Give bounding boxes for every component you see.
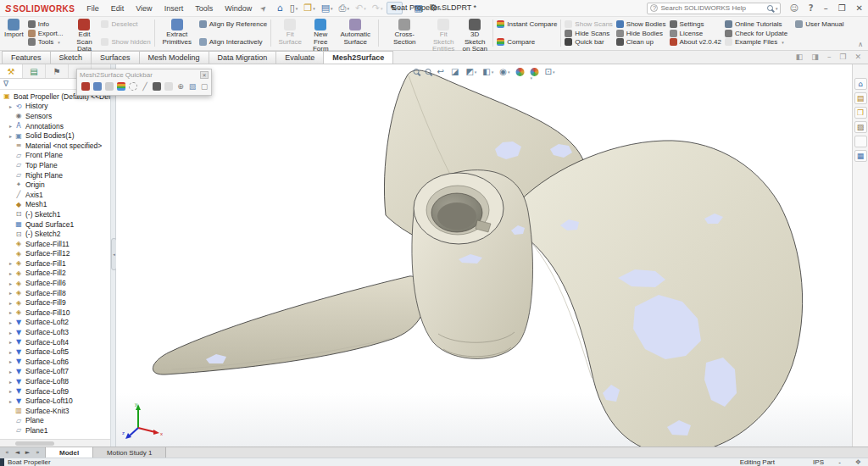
3d-sketch-on-scan-button[interactable]: 3D Sketch on Scan	[459, 18, 491, 48]
tree-item[interactable]: ╱ Axis1	[0, 190, 110, 200]
tree-item[interactable]: ▱ Plane1	[0, 425, 110, 435]
expander-icon[interactable]: ▸	[7, 358, 14, 364]
view-settings-icon[interactable]: ⊡ ▾	[545, 67, 555, 76]
tree-item[interactable]: ▸ ▼ Surface-Loft3	[0, 327, 110, 337]
scrollbar-thumb[interactable]	[15, 441, 54, 446]
expander-icon[interactable]: ▸	[7, 280, 14, 286]
command-tab[interactable]: Surfaces	[91, 51, 140, 64]
fit-surface-button[interactable]: Fit Surface	[273, 18, 307, 48]
expander-icon[interactable]: ▸	[7, 379, 14, 385]
print-icon[interactable]: ⎙ ▾	[337, 3, 351, 14]
property-manager-tab[interactable]: ▤	[23, 64, 46, 78]
ribbon-small-button[interactable]: Instant Compare	[497, 19, 557, 29]
command-tab[interactable]: Sketch	[50, 51, 92, 64]
ribbon-small-button[interactable]: Online Tutorials	[725, 19, 792, 29]
fit-sketch-entities-button[interactable]: Fit Sketch Entities	[428, 18, 459, 48]
restore-button[interactable]: ❐	[838, 3, 846, 13]
tree-item[interactable]: ◉ Sensors	[0, 111, 110, 121]
edit-appearance-icon[interactable]	[516, 68, 525, 76]
compare-icon[interactable]	[117, 82, 125, 91]
feature-manager-tab[interactable]: ⚒	[0, 64, 23, 78]
home-icon[interactable]: ⌂	[854, 78, 867, 90]
expander-icon[interactable]: ▸	[7, 369, 14, 374]
mesh2surface-quickbar[interactable]: Mesh2Surface Quickbar ✕ ╱ ⊕	[76, 69, 212, 96]
tree-item[interactable]: ▸ ▼ Surface-Loft8	[0, 376, 110, 386]
expander-icon[interactable]: ▸	[7, 300, 14, 306]
propeller-model[interactable]	[116, 64, 852, 447]
ribbon-small-button[interactable]: Hide Bodies	[616, 29, 666, 38]
tree-item[interactable]: ▸ ▼ Surface-Loft6	[0, 357, 110, 367]
configuration-manager-tab[interactable]: ⚑	[46, 64, 69, 78]
menu-item[interactable]: Window	[225, 4, 252, 13]
ribbon-small-button[interactable]: Align By Reference	[199, 19, 267, 29]
menu-item[interactable]: Insert	[164, 4, 184, 13]
tree-item[interactable]: ▸ ▼ Surface-Loft2	[0, 318, 110, 328]
hide-scans-icon[interactable]: ⊕	[176, 82, 185, 91]
ribbon-small-button[interactable]: Compare	[497, 37, 557, 47]
tab-nav-button[interactable]: »	[33, 449, 42, 456]
expander-icon[interactable]: ▸	[7, 133, 14, 139]
tree-horizontal-scrollbar[interactable]	[0, 439, 110, 447]
appearances-icon[interactable]	[854, 136, 867, 147]
ribbon-small-button[interactable]: License	[670, 29, 721, 38]
doc-close-icon[interactable]: ✕	[854, 53, 861, 61]
clean-up-icon[interactable]: ▢	[200, 82, 209, 91]
expander-icon[interactable]: ▸	[7, 398, 14, 404]
expander-icon[interactable]: ▸	[7, 388, 14, 394]
expander-icon[interactable]: ▸	[7, 319, 14, 325]
ribbon-small-button[interactable]: Quick bar	[565, 37, 612, 47]
pane-left-icon[interactable]: ◧	[796, 53, 804, 61]
ribbon-small-button[interactable]: Check for Update	[725, 29, 792, 38]
search-dropdown-icon[interactable]: ▾	[776, 6, 778, 11]
expander-icon[interactable]: ▸	[7, 349, 14, 355]
command-tab[interactable]: Mesh2Surface	[323, 51, 393, 64]
status-units[interactable]: IPS	[813, 458, 824, 466]
pane-right-icon[interactable]: ◨	[811, 53, 819, 61]
menu-item[interactable]: Tools	[195, 4, 213, 13]
ribbon-small-button[interactable]: Example Files ▾	[725, 37, 792, 47]
help-icon[interactable]: ?	[809, 3, 814, 13]
display-style-icon[interactable]: ◧ ▾	[482, 67, 493, 76]
menu-item[interactable]: View	[136, 4, 152, 13]
hide-show-items-icon[interactable]: ◉ ▾	[499, 67, 509, 76]
edit-scan-data-button[interactable]: Edit Scan Data	[69, 18, 99, 48]
search-input[interactable]	[660, 4, 764, 12]
fit-sketch-entities-icon[interactable]	[164, 82, 173, 91]
expander-icon[interactable]: ▸	[7, 123, 14, 129]
file-explorer-icon[interactable]: ❐	[854, 107, 867, 119]
open-icon[interactable]: ❐ ▾	[302, 3, 316, 14]
tree-item[interactable]: ▱ Top Plane	[0, 160, 110, 170]
hide-bodies-icon[interactable]: ▧	[188, 82, 197, 91]
close-button[interactable]: ✕	[856, 3, 863, 13]
zoom-to-area-icon[interactable]	[426, 69, 431, 75]
sketch-line-icon[interactable]: ╱	[141, 82, 149, 91]
expander-icon[interactable]: ▸	[7, 103, 14, 109]
search-box[interactable]: ? ▾	[647, 3, 781, 14]
design-library-icon[interactable]: ▤	[854, 92, 867, 104]
tab-nav-button[interactable]: ►	[23, 449, 32, 456]
tree-item[interactable]: ▸ ◈ Surface-Fill8	[0, 288, 110, 298]
apply-scene-icon[interactable]: ▾	[531, 68, 539, 76]
tree-item[interactable]: ≡ Material <not specified>	[0, 141, 110, 151]
ribbon-small-button[interactable]: Export...	[28, 29, 68, 38]
cross-section-button[interactable]: Cross-Section	[381, 18, 428, 48]
tree-item[interactable]: ▱ Front Plane	[0, 151, 110, 161]
tree-item[interactable]: ▸ ◈ Surface-Fill10	[0, 308, 110, 318]
tree-item[interactable]: ▸ A Annotations	[0, 121, 110, 131]
tree-item[interactable]: ▥ Surface-Knit3	[0, 406, 110, 416]
tree-item[interactable]: ▸ ◈ Surface-Fill6	[0, 278, 110, 288]
command-tab[interactable]: Evaluate	[275, 51, 324, 64]
tree-item[interactable]: ▸ ◈ Surface-Fill9	[0, 297, 110, 308]
tree-item[interactable]: ▸ ▼ Surface-Loft4	[0, 337, 110, 347]
graphics-viewport[interactable]: ↩ ◪ ◩ ▾ ◧ ▾ ◉	[116, 64, 852, 447]
expander-icon[interactable]: ▸	[7, 330, 14, 336]
ribbon-small-button[interactable]: Settings	[670, 19, 721, 29]
ribbon-small-button[interactable]: Clean up	[616, 37, 666, 47]
ribbon-small-button[interactable]: Align Interactively	[199, 37, 267, 47]
tree-item[interactable]: ◆ Mesh1	[0, 200, 110, 210]
expander-icon[interactable]: ▸	[7, 339, 14, 345]
tree-item[interactable]: ⌖ Origin	[0, 180, 110, 190]
zoom-to-fit-icon[interactable]	[414, 69, 420, 75]
tree-item[interactable]: ▸ ▼ Surface-Loft7	[0, 367, 110, 377]
extract-primitives-button[interactable]: Extract Primitives	[157, 18, 198, 48]
